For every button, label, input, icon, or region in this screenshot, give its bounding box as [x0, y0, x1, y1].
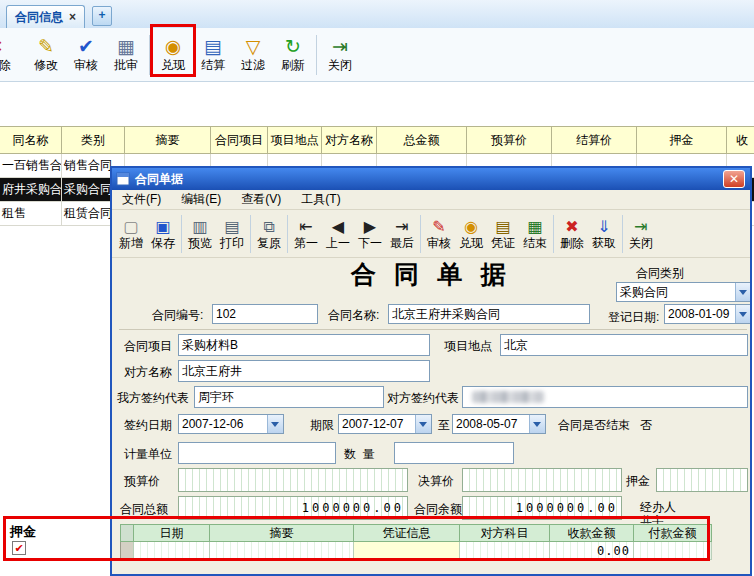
- project-input[interactable]: 采购材料B: [178, 334, 430, 356]
- dialog-toolbar-next-button[interactable]: ▶下一: [354, 211, 386, 256]
- budget-price-field[interactable]: [178, 468, 408, 492]
- our-rep-input[interactable]: 周宇环: [194, 386, 384, 408]
- total-amount-field[interactable]: 1000000.00: [178, 496, 408, 520]
- refresh-icon: ↻: [285, 36, 301, 58]
- chevron-down-icon[interactable]: [735, 283, 751, 301]
- main-toolbar-exit-button[interactable]: ⇥关闭: [320, 30, 360, 80]
- approve-icon: ▦: [117, 36, 135, 58]
- new-tab-button[interactable]: +: [92, 6, 112, 26]
- main-toolbar-edit-button[interactable]: ✎修改: [26, 30, 66, 80]
- grid-column-header[interactable]: 同名称: [0, 126, 62, 154]
- menu-item-1[interactable]: 编辑(E): [171, 189, 231, 210]
- grid-column-header[interactable]: 预算价: [467, 126, 552, 154]
- save-icon: ▣: [155, 217, 170, 236]
- final-price-field[interactable]: [462, 468, 622, 492]
- term-from-combo[interactable]: 2007-12-07: [338, 414, 432, 434]
- sign-date-combo[interactable]: 2007-12-06: [178, 414, 284, 434]
- fetch-icon: ⇓: [597, 217, 610, 236]
- reg-date-combo[interactable]: 2008-01-09: [664, 304, 752, 324]
- main-toolbar-approve-button[interactable]: ▦批审: [106, 30, 146, 80]
- toolbar-separator: [622, 215, 623, 253]
- dialog-toolbar-voucher-button[interactable]: ▤凭证: [487, 211, 519, 256]
- grid-column-header[interactable]: 摘要: [125, 126, 211, 154]
- cash-icon: ◉: [464, 217, 478, 236]
- dialog-toolbar-pen-button[interactable]: ✎审核: [423, 211, 455, 256]
- menu-item-3[interactable]: 工具(T): [291, 189, 350, 210]
- party-input[interactable]: 北京王府井: [178, 360, 430, 382]
- grid-column-header[interactable]: 总金额: [377, 126, 467, 154]
- dialog-toolbar-preview-button[interactable]: ▥预览: [184, 211, 216, 256]
- dialog-toolbar-delete-button[interactable]: ✖删除: [556, 211, 588, 256]
- deposit-field[interactable]: [656, 468, 748, 492]
- finish-icon: ▦: [527, 217, 542, 236]
- contract-type-label: 合同类别: [636, 266, 684, 280]
- grid-column-header[interactable]: 类别: [62, 126, 125, 154]
- dialog-titlebar[interactable]: 合同单据 ✕: [112, 168, 750, 190]
- term-to-combo[interactable]: 2008-05-07: [452, 414, 546, 434]
- chevron-down-icon[interactable]: [267, 415, 283, 433]
- grid-column-header[interactable]: 合同项目: [211, 126, 268, 154]
- menu-item-2[interactable]: 查看(V): [231, 189, 291, 210]
- party-label: 对方名称: [124, 365, 172, 379]
- detail-cell[interactable]: [134, 542, 210, 560]
- detail-column-header[interactable]: 摘要: [210, 524, 354, 542]
- contract-no-input[interactable]: 102: [212, 304, 318, 324]
- dialog-toolbar-last-button[interactable]: ⇥最后: [386, 211, 418, 256]
- main-toolbar-settle-button[interactable]: ▤结算: [193, 30, 233, 80]
- qty-input[interactable]: [394, 442, 514, 464]
- contract-name-input[interactable]: 北京王府井采购合同: [388, 304, 590, 324]
- deposit-column-label: 押金: [10, 523, 36, 541]
- detail-cell[interactable]: 0.00: [550, 542, 634, 560]
- tab-close-icon[interactable]: ×: [69, 10, 76, 24]
- their-rep-input[interactable]: [462, 386, 748, 408]
- main-toolbar-filter-button[interactable]: ▽过滤: [233, 30, 273, 80]
- dialog-toolbar-first-button[interactable]: ⇤第一: [290, 211, 322, 256]
- chevron-down-icon[interactable]: [529, 415, 545, 433]
- chevron-down-icon[interactable]: [735, 305, 751, 323]
- dialog-toolbar-new-button[interactable]: ▢新增: [115, 211, 147, 256]
- detail-column-header[interactable]: 收款金额: [550, 524, 634, 542]
- toolbar-button-label: 最后: [390, 236, 414, 250]
- main-toolbar-delete-button[interactable]: ✖删除: [0, 30, 26, 80]
- contract-grid-header: 同名称类别摘要合同项目项目地点对方名称总金额预算价结算价押金收: [0, 126, 754, 154]
- detail-row-header: [120, 524, 134, 542]
- detail-cell[interactable]: [460, 542, 550, 560]
- tab-contract-info[interactable]: 合同信息 ×: [6, 5, 85, 28]
- detail-cell[interactable]: [634, 542, 712, 560]
- contract-type-combo[interactable]: 采购合同: [616, 282, 752, 302]
- dialog-toolbar-exit-button[interactable]: ⇥关闭: [625, 211, 657, 256]
- grid-column-header[interactable]: 对方名称: [322, 126, 377, 154]
- site-input[interactable]: 北京: [500, 334, 748, 356]
- detail-column-header[interactable]: 凭证信息: [354, 524, 460, 542]
- grid-column-header[interactable]: 押金: [637, 126, 727, 154]
- dialog-toolbar-restore-button[interactable]: ⧉复原: [253, 211, 285, 256]
- main-toolbar-refresh-button[interactable]: ↻刷新: [273, 30, 313, 80]
- grid-column-header[interactable]: 收: [727, 126, 754, 154]
- unit-input[interactable]: [178, 442, 336, 464]
- dialog-toolbar-fetch-button[interactable]: ⇓获取: [588, 211, 620, 256]
- dialog-toolbar-finish-button[interactable]: ▦结束: [519, 211, 551, 256]
- toolbar-button-label: 过滤: [241, 58, 265, 73]
- detail-column-header[interactable]: 对方科目: [460, 524, 550, 542]
- detail-column-header[interactable]: 付款金额: [634, 524, 712, 542]
- toolbar-button-label: 兑现: [161, 58, 185, 73]
- dialog-close-button[interactable]: ✕: [723, 170, 745, 188]
- grid-column-header[interactable]: 项目地点: [268, 126, 322, 154]
- grid-column-header[interactable]: 结算价: [552, 126, 637, 154]
- tab-bar: 合同信息 × +: [0, 0, 754, 29]
- deposit-checkbox[interactable]: ✔: [12, 541, 26, 555]
- detail-column-header[interactable]: 日期: [134, 524, 210, 542]
- detail-cell[interactable]: [354, 542, 460, 560]
- main-toolbar-audit-button[interactable]: ✔审核: [66, 30, 106, 80]
- menu-item-0[interactable]: 文件(F): [112, 189, 171, 210]
- chevron-down-icon[interactable]: [415, 415, 431, 433]
- balance-label: 合同余额: [414, 502, 462, 516]
- grid-cell: 府井采购合: [0, 178, 62, 202]
- dialog-toolbar-print-button[interactable]: ▤打印: [216, 211, 248, 256]
- dialog-toolbar-save-button[interactable]: ▣保存: [147, 211, 179, 256]
- detail-cell[interactable]: [210, 542, 354, 560]
- balance-field[interactable]: 1000000.00: [462, 496, 622, 520]
- main-toolbar-cash-button[interactable]: ◉兑现: [153, 30, 193, 80]
- dialog-toolbar-prev-button[interactable]: ◀上一: [322, 211, 354, 256]
- dialog-toolbar-cash-button[interactable]: ◉兑现: [455, 211, 487, 256]
